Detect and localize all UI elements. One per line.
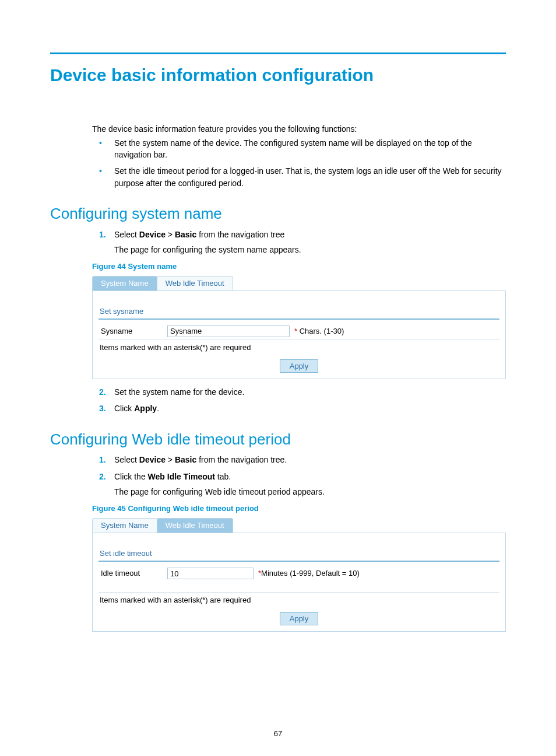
bullet-item: Set the system name of the device. The c… (114, 137, 506, 161)
fieldset-legend: Set idle timeout (98, 548, 499, 562)
sysname-input[interactable] (167, 326, 290, 337)
apply-button[interactable]: Apply (280, 359, 319, 373)
step-text: from the navigation tree (196, 230, 284, 239)
page-title: Device basic information configuration (50, 62, 506, 88)
bullet-item: Set the idle timeout period for a logged… (114, 165, 506, 189)
nav-device: Device (139, 230, 166, 239)
tab-system-name[interactable]: System Name (92, 276, 157, 291)
idle-timeout-help: *Minutes (1-999, Default = 10) (254, 568, 360, 579)
tab-spacer (233, 518, 506, 533)
nav-device: Device (139, 455, 166, 464)
nav-basic: Basic (175, 455, 196, 464)
step-item: Click Apply. (114, 402, 506, 414)
step-item: Click the Web Idle Timeout tab. The page… (114, 471, 506, 498)
figure-idle-timeout: System Name Web Idle Timeout Set idle ti… (92, 518, 506, 632)
fieldset-legend: Set sysname (98, 306, 499, 320)
apply-button[interactable]: Apply (280, 612, 319, 625)
page-number: 67 (0, 729, 556, 740)
step-item: Select Device > Basic from the navigatio… (114, 229, 506, 256)
sysname-help: * Chars. (1-30) (290, 326, 344, 337)
step-text: . (157, 404, 159, 413)
step-text: Select (114, 455, 139, 464)
tab-web-idle-timeout[interactable]: Web Idle Timeout (157, 518, 233, 533)
step-subtext: The page for configuring the system name… (114, 244, 506, 256)
step-subtext: The page for configuring Web idle timeou… (114, 486, 506, 498)
step-text: Select (114, 230, 139, 239)
help-text: Minutes (1-999, Default = 10) (261, 569, 360, 578)
tab-name-text: Web Idle Timeout (148, 472, 215, 481)
step-item: Set the system name for the device. (114, 386, 506, 398)
intro-text: The device basic information feature pro… (92, 123, 506, 135)
section-heading-sysname: Configuring system name (50, 203, 506, 225)
help-text: Chars. (1-30) (297, 327, 344, 335)
nav-basic: Basic (175, 230, 196, 239)
required-note: Items marked with an asterisk(*) are req… (98, 340, 499, 354)
required-note: Items marked with an asterisk(*) are req… (98, 593, 499, 606)
nav-sep: > (166, 455, 175, 464)
section-heading-idle: Configuring Web idle timeout period (50, 429, 506, 451)
tab-system-name[interactable]: System Name (92, 518, 157, 533)
step-text: from the navigation tree. (196, 455, 287, 464)
tab-web-idle-timeout[interactable]: Web Idle Timeout (157, 276, 233, 291)
step-text: Click (114, 404, 134, 413)
nav-sep: > (166, 230, 175, 239)
sysname-label: Sysname (98, 326, 167, 337)
idle-timeout-input[interactable] (167, 568, 254, 579)
figure-caption: Figure 45 Configuring Web idle timeout p… (92, 503, 506, 514)
figure-caption: Figure 44 System name (92, 261, 506, 272)
idle-timeout-label: Idle timeout (98, 568, 167, 579)
step-text: tab. (215, 472, 231, 481)
step-text: Click the (114, 472, 148, 481)
step-item: Select Device > Basic from the navigatio… (114, 454, 506, 466)
figure-sysname: System Name Web Idle Timeout Set sysname… (92, 276, 506, 379)
tab-spacer (233, 276, 506, 291)
apply-text: Apply (134, 404, 157, 413)
